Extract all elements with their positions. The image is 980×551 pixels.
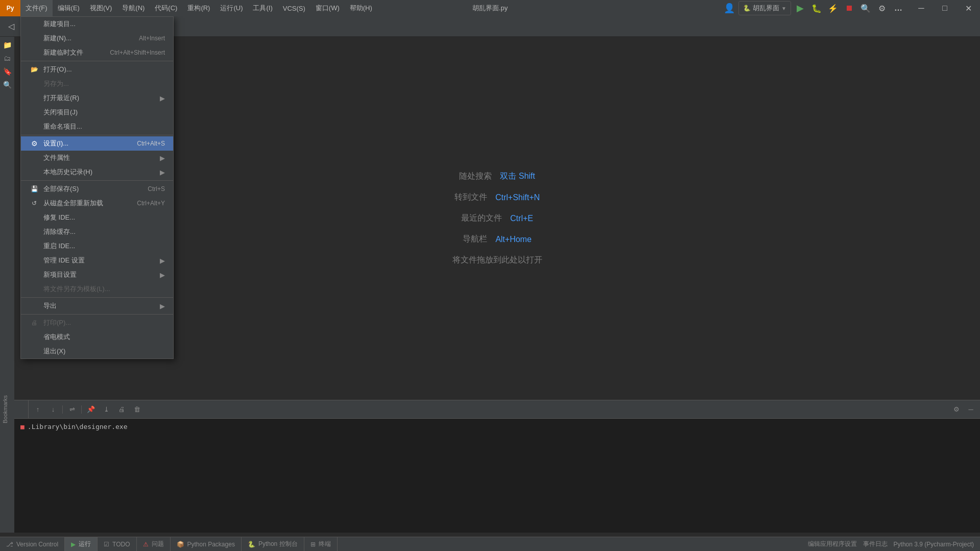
menu-item-save-as: 另存为...	[21, 77, 173, 91]
menu-code[interactable]: 代码(C)	[150, 0, 182, 16]
menu-item-open[interactable]: 📂 打开(O)...	[21, 62, 173, 77]
menu-item-rename[interactable]: 重命名项目...	[21, 119, 173, 134]
menu-item-clear-cache[interactable]: 清除缓存...	[21, 225, 173, 239]
menu-run[interactable]: 运行(U)	[215, 0, 248, 16]
maximize-button[interactable]: □	[933, 0, 957, 16]
menu-edit[interactable]: 编辑(E)	[53, 0, 85, 16]
run-button[interactable]: ▶	[793, 1, 807, 15]
menu-item-exit[interactable]: 退出(X)	[21, 344, 173, 358]
save-all-icon: 💾	[29, 185, 39, 193]
open-icon: 📂	[29, 66, 39, 73]
menu-divider-1	[21, 61, 173, 61]
menu-divider-3	[21, 180, 173, 181]
menu-help[interactable]: 帮助(H)	[345, 0, 377, 16]
manage-ide-arrow: ▶	[160, 257, 165, 265]
run-config-dropdown-icon: ▼	[781, 6, 786, 11]
stop-button[interactable]: ⏹	[842, 1, 856, 15]
menu-item-power-save[interactable]: 省电模式	[21, 330, 173, 344]
menu-item-export[interactable]: 导出 ▶	[21, 299, 173, 313]
menu-item-local-history[interactable]: 本地历史记录(H) ▶	[21, 165, 173, 179]
menu-item-restart-ide[interactable]: 重启 IDE...	[21, 239, 173, 253]
print-icon: 🖨	[29, 319, 39, 326]
local-history-arrow: ▶	[160, 169, 165, 176]
debug-button[interactable]: 🐛	[809, 1, 824, 15]
menu-file[interactable]: 文件(F)	[20, 0, 53, 16]
menu-refactor[interactable]: 重构(R)	[182, 0, 215, 16]
menu-view[interactable]: 视图(V)	[85, 0, 117, 16]
more-button[interactable]: …	[891, 1, 905, 15]
menu-tools[interactable]: 工具(I)	[248, 0, 277, 16]
menu-item-new-scratch[interactable]: 新建临时文件 Ctrl+Alt+Shift+Insert	[21, 45, 173, 60]
dropdown-overlay[interactable]: 新建项目... 新建(N)... Alt+Insert 新建临时文件 Ctrl+…	[0, 16, 980, 551]
menu-item-print: 🖨 打印(P)...	[21, 316, 173, 330]
new-project-settings-arrow: ▶	[160, 271, 165, 279]
menu-divider-2	[21, 135, 173, 135]
menu-item-save-template: 将文件另存为模板(L)...	[21, 282, 173, 296]
menu-window[interactable]: 窗口(W)	[310, 0, 345, 16]
minimize-button[interactable]: ─	[910, 0, 933, 16]
menu-item-manage-ide[interactable]: 管理 IDE 设置 ▶	[21, 253, 173, 268]
menu-item-new-project[interactable]: 新建项目...	[21, 17, 173, 31]
title-bar: Py 文件(F) 编辑(E) 视图(V) 导航(N) 代码(C) 重构(R) 运…	[0, 0, 980, 16]
menu-item-new-project-settings[interactable]: 新项目设置 ▶	[21, 268, 173, 282]
title-bar-right: 👤 🐍 胡乱界面 ▼ ▶ 🐛 ⚡ ⏹ 🔍 ⚙ …	[722, 1, 910, 15]
export-arrow: ▶	[160, 302, 165, 310]
search-button[interactable]: 🔍	[858, 1, 873, 15]
menu-item-new[interactable]: 新建(N)... Alt+Insert	[21, 31, 173, 45]
menu-item-file-props[interactable]: 文件属性 ▶	[21, 151, 173, 165]
menu-bar: 文件(F) 编辑(E) 视图(V) 导航(N) 代码(C) 重构(R) 运行(U…	[20, 0, 722, 16]
menu-divider-4	[21, 297, 173, 298]
logo-text: Py	[7, 5, 14, 12]
file-props-arrow: ▶	[160, 154, 165, 162]
open-recent-arrow: ▶	[160, 94, 165, 102]
menu-item-settings[interactable]: ⚙ 设置(I)... Ctrl+Alt+S	[21, 136, 173, 151]
menu-item-reload[interactable]: ↺ 从磁盘全部重新加载 Ctrl+Alt+Y	[21, 196, 173, 210]
profile-button[interactable]: ⚡	[826, 1, 840, 15]
reload-icon: ↺	[29, 200, 39, 207]
settings-button[interactable]: ⚙	[875, 1, 889, 15]
title-center: 胡乱界面.py	[472, 4, 508, 13]
menu-item-save-all[interactable]: 💾 全部保存(S) Ctrl+S	[21, 182, 173, 196]
run-config-selector[interactable]: 🐍 胡乱界面 ▼	[738, 1, 791, 15]
close-button[interactable]: ✕	[957, 0, 980, 16]
menu-item-open-recent[interactable]: 打开最近(R) ▶	[21, 91, 173, 105]
file-dropdown-menu: 新建项目... 新建(N)... Alt+Insert 新建临时文件 Ctrl+…	[20, 16, 174, 359]
settings-icon: ⚙	[29, 139, 39, 148]
menu-navigate[interactable]: 导航(N)	[117, 0, 150, 16]
menu-item-repair-ide[interactable]: 修复 IDE...	[21, 210, 173, 225]
app-logo: Py	[0, 0, 20, 16]
window-controls: ─ □ ✕	[910, 0, 980, 16]
menu-item-close-project[interactable]: 关闭项目(J)	[21, 105, 173, 119]
menu-divider-5	[21, 314, 173, 315]
menu-vcs[interactable]: VCS(S)	[278, 0, 310, 16]
user-icon[interactable]: 👤	[722, 1, 736, 15]
